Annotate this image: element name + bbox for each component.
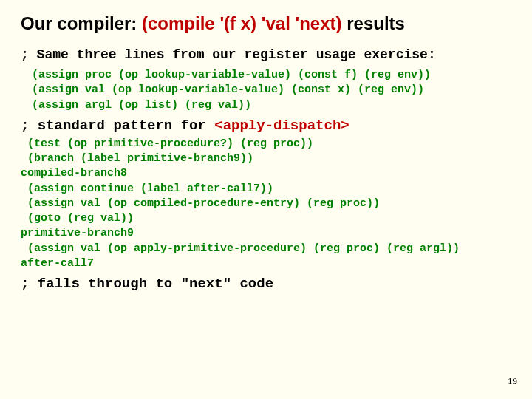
title-code: (compile '(f x) 'val 'next) [142, 13, 342, 33]
apply-dispatch-comment: ; standard pattern for <apply-dispatch> [21, 117, 511, 134]
code-block-1: (assign proc (op lookup-variable-value) … [25, 68, 511, 113]
falls-through-comment: ; falls through to "next" code [21, 276, 511, 292]
slide-title: Our compiler: (compile '(f x) 'val 'next… [21, 13, 511, 34]
comment1-red: <apply-dispatch> [214, 117, 349, 134]
page-number: 19 [508, 375, 517, 387]
slide-body: Our compiler: (compile '(f x) 'val 'next… [0, 0, 532, 292]
intro-comment: ; Same three lines from our register usa… [21, 47, 511, 62]
title-post: results [342, 13, 405, 33]
code-block-2: (test (op primitive-procedure?) (reg pro… [21, 137, 511, 271]
comment1-pre: ; standard pattern for [21, 117, 214, 134]
title-pre: Our compiler: [21, 13, 142, 33]
